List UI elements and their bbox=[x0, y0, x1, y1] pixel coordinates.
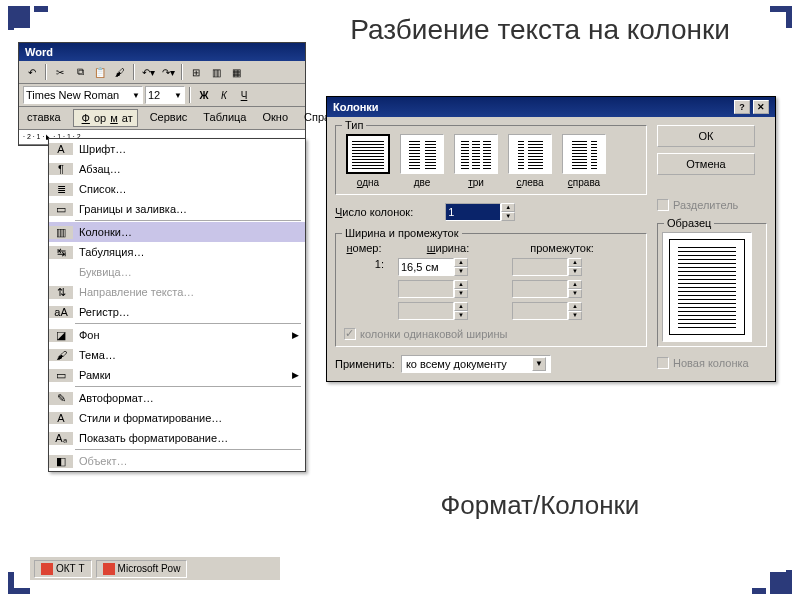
menu-item[interactable]: ≣Список… bbox=[49, 179, 305, 199]
ok-button[interactable]: ОК bbox=[657, 125, 755, 147]
undo-icon[interactable]: ↶▾ bbox=[139, 63, 157, 81]
menu-item-icon: ◧ bbox=[49, 455, 73, 468]
preset-right[interactable]: справа bbox=[560, 134, 608, 188]
menu-item-icon: ≣ bbox=[49, 183, 73, 196]
taskbar: ОКТ Т Microsoft Pow bbox=[30, 556, 280, 580]
menu-item-icon: aA bbox=[49, 306, 73, 318]
menu-item[interactable]: ▭Рамки▶ bbox=[49, 365, 305, 385]
preset-left[interactable]: слева bbox=[506, 134, 554, 188]
format-dropdown-menu: AШрифт…¶Абзац…≣Список…▭Границы и заливка… bbox=[48, 138, 306, 472]
menu-vstavka[interactable]: ставка bbox=[23, 109, 65, 127]
menu-servis[interactable]: Сервис bbox=[146, 109, 192, 127]
italic-button[interactable]: К bbox=[215, 86, 233, 104]
toolbar-btn[interactable]: ▥ bbox=[207, 63, 225, 81]
menu-item-icon: A bbox=[49, 143, 73, 155]
menu-item[interactable]: AСтили и форматирование… bbox=[49, 408, 305, 428]
toolbar-standard: ↶ ✂ ⧉ 📋 🖌 ↶▾ ↷▾ ⊞ ▥ ▦ bbox=[19, 61, 305, 84]
cut-icon[interactable]: ✂ bbox=[51, 63, 69, 81]
menu-item[interactable]: aAРегистр… bbox=[49, 302, 305, 322]
menu-item-icon: ▥ bbox=[49, 226, 73, 239]
taskbar-item[interactable]: Microsoft Pow bbox=[96, 560, 188, 578]
menu-item[interactable]: 🖌Тема… bbox=[49, 345, 305, 365]
toolbar-btn[interactable]: ▦ bbox=[227, 63, 245, 81]
submenu-arrow-icon: ▶ bbox=[292, 330, 305, 340]
toolbar-format: Times New Roman▼ 12▼ Ж К Ч bbox=[19, 84, 305, 107]
menu-item[interactable]: ¶Абзац… bbox=[49, 159, 305, 179]
menu-item-icon: ▭ bbox=[49, 203, 73, 216]
width-gap-group: Ширина и промежуток номер: ширина: проме… bbox=[335, 233, 647, 347]
menu-item-icon: ▭ bbox=[49, 369, 73, 382]
menubar: ставка Формат Сервис Таблица Окно Справн bbox=[19, 107, 305, 129]
menu-item[interactable]: ▥Колонки… bbox=[49, 222, 305, 242]
menu-item-icon: ⇅ bbox=[49, 286, 73, 299]
menu-item-icon: ◪ bbox=[49, 329, 73, 342]
font-name-combo[interactable]: Times New Roman▼ bbox=[23, 86, 143, 104]
submenu-arrow-icon: ▶ bbox=[292, 370, 305, 380]
apply-combo[interactable]: ко всему документу ▼ bbox=[401, 355, 551, 373]
word-window: Word ↶ ✂ ⧉ 📋 🖌 ↶▾ ↷▾ ⊞ ▥ ▦ Times New Rom… bbox=[18, 42, 306, 146]
underline-button[interactable]: Ч bbox=[235, 86, 253, 104]
dialog-titlebar: Колонки ? ✕ bbox=[327, 97, 775, 117]
separator-checkbox: Разделитель bbox=[657, 199, 767, 211]
preset-three[interactable]: три bbox=[452, 134, 500, 188]
columns-dialog: Колонки ? ✕ Тип однадветрислевасправа Чи… bbox=[326, 96, 776, 382]
toolbar-btn[interactable]: ⊞ bbox=[187, 63, 205, 81]
preset-two[interactable]: две bbox=[398, 134, 446, 188]
gap1-spinner[interactable]: ▲▼ bbox=[512, 258, 612, 276]
copy-icon[interactable]: ⧉ bbox=[71, 63, 89, 81]
menu-item-icon: ✎ bbox=[49, 392, 73, 405]
menu-item-icon: Aₐ bbox=[49, 432, 73, 445]
font-size-combo[interactable]: 12▼ bbox=[145, 86, 185, 104]
preset-one[interactable]: одна bbox=[344, 134, 392, 188]
menu-item[interactable]: AШрифт… bbox=[49, 139, 305, 159]
type-group: Тип однадветрислевасправа bbox=[335, 125, 647, 195]
close-icon[interactable]: ✕ bbox=[753, 100, 769, 114]
preview-box bbox=[662, 232, 752, 342]
menu-okno[interactable]: Окно bbox=[258, 109, 292, 127]
menu-item[interactable]: ▭Границы и заливка… bbox=[49, 199, 305, 219]
num-cols-input[interactable] bbox=[445, 203, 501, 221]
menu-format[interactable]: Формат bbox=[73, 109, 138, 127]
menu-item[interactable]: AₐПоказать форматирование… bbox=[49, 428, 305, 448]
cancel-button[interactable]: Отмена bbox=[657, 153, 755, 175]
width1-spinner[interactable]: ▲▼ bbox=[398, 258, 498, 276]
menu-item: Буквица… bbox=[49, 262, 305, 282]
num-cols-label: Число колонок: bbox=[335, 206, 413, 218]
help-icon[interactable]: ? bbox=[734, 100, 750, 114]
word-titlebar: Word bbox=[19, 43, 305, 61]
menu-item-icon: ↹ bbox=[49, 246, 73, 259]
menu-item: ⇅Направление текста… bbox=[49, 282, 305, 302]
slide-subtitle: Формат/Колонки bbox=[300, 490, 780, 521]
menu-item[interactable]: ✎Автоформат… bbox=[49, 388, 305, 408]
paste-icon[interactable]: 📋 bbox=[91, 63, 109, 81]
menu-item-icon: 🖌 bbox=[49, 349, 73, 361]
spin-up-icon[interactable]: ▲ bbox=[501, 203, 515, 212]
num-cols-spinner[interactable]: ▲▼ bbox=[445, 203, 515, 221]
menu-item[interactable]: ↹Табуляция… bbox=[49, 242, 305, 262]
menu-item: ◧Объект… bbox=[49, 451, 305, 471]
spin-down-icon[interactable]: ▼ bbox=[501, 212, 515, 221]
preview-group: Образец bbox=[657, 223, 767, 347]
redo-icon[interactable]: ↷▾ bbox=[159, 63, 177, 81]
toolbar-btn[interactable]: ↶ bbox=[23, 63, 41, 81]
bold-button[interactable]: Ж bbox=[195, 86, 213, 104]
equal-width-checkbox: ✓ колонки одинаковой ширины bbox=[344, 328, 638, 340]
taskbar-item[interactable]: ОКТ Т bbox=[34, 560, 92, 578]
menu-item[interactable]: ◪Фон▶ bbox=[49, 325, 305, 345]
new-column-checkbox: Новая колонка bbox=[657, 357, 767, 369]
menu-tablica[interactable]: Таблица bbox=[199, 109, 250, 127]
chevron-down-icon[interactable]: ▼ bbox=[532, 357, 546, 371]
menu-item-icon: ¶ bbox=[49, 163, 73, 175]
menu-item-icon: A bbox=[49, 412, 73, 424]
brush-icon[interactable]: 🖌 bbox=[111, 63, 129, 81]
slide-title: Разбиение текста на колонки bbox=[300, 12, 780, 48]
